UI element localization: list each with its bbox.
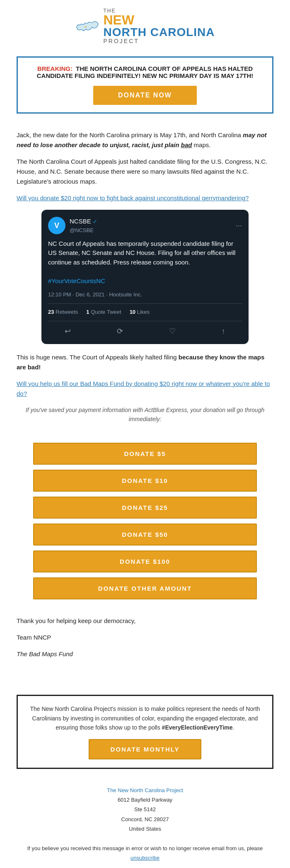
tweet-meta: 12:10 PM · Dec 6, 2021 · Hootsuite Inc.	[48, 291, 242, 299]
donate-buttons-section: DONATE $5 DONATE $10 DONATE $25 DONATE $…	[0, 439, 290, 608]
tweet-name: NCSBE ✓	[70, 216, 97, 226]
donate-50-button[interactable]: DONATE $50	[33, 524, 257, 546]
donate-monthly-button[interactable]: DONATE MONTHLY	[89, 739, 201, 759]
donate-other-button[interactable]: DONATE OTHER AMOUNT	[33, 577, 257, 599]
tweet-embed: V NCSBE ✓ @NCSBE ··· NC Court of Appeals…	[41, 210, 249, 344]
paragraph-2: The North Carolina Court of Appeals just…	[17, 157, 273, 187]
tweet-user-info: NCSBE ✓ @NCSBE	[70, 216, 97, 235]
logo-nc: NORTH CAROLINA	[103, 27, 215, 38]
donate-now-button[interactable]: DONATE NOW	[93, 86, 197, 105]
closing-text: Thank you for helping keep our democracy…	[17, 616, 273, 626]
donate-100-button[interactable]: DONATE $100	[33, 550, 257, 572]
footer-address: 6012 Bayfield Parkway Ste 5142 Concord, …	[17, 795, 273, 834]
tweet-reply-icon[interactable]: ↩	[65, 325, 71, 337]
tweet-user: V NCSBE ✓ @NCSBE	[48, 216, 97, 235]
logo-project: PROJECT	[103, 38, 139, 44]
mission-box: The New North Carolina Project's mission…	[17, 695, 273, 769]
donate-10-button[interactable]: DONATE $10	[33, 470, 257, 492]
breaking-label: BREAKING:	[37, 65, 72, 72]
paragraph-3: This is huge news. The Court of Appeals …	[17, 352, 273, 372]
link-2-paragraph: Will you help us fill our Bad Maps Fund …	[17, 379, 273, 399]
tweet-stats: 23 Retweets 1 Quote Tweet 10 Likes	[48, 303, 242, 321]
tweet-like-icon[interactable]: ♡	[169, 325, 176, 337]
donate-link-1[interactable]: Will you donate $20 right now to fight b…	[17, 194, 249, 201]
link-1-paragraph: Will you donate $20 right now to fight b…	[17, 193, 273, 203]
header: ★ the NEW NORTH CAROLINA PROJECT	[0, 0, 290, 48]
tweet-handle: @NCSBE	[70, 226, 97, 235]
logo-container: ★ the NEW NORTH CAROLINA PROJECT	[17, 8, 273, 44]
tweet-body: NC Court of Appeals has temporarily susp…	[48, 239, 242, 286]
tweet-retweets: 23 Retweets	[48, 308, 78, 317]
logo-text: the NEW NORTH CAROLINA PROJECT	[103, 8, 215, 44]
logo-new: NEW	[103, 13, 134, 27]
donate-5-button[interactable]: DONATE $5	[33, 443, 257, 465]
actblue-note: If you've saved your payment information…	[17, 405, 273, 424]
footer-org: The New North Carolina Project	[17, 786, 273, 795]
tweet-retweet-icon[interactable]: ⟳	[117, 325, 123, 337]
tweet-header: V NCSBE ✓ @NCSBE ···	[48, 216, 242, 235]
fund-name: The Bad Maps Fund	[17, 649, 273, 659]
unsubscribe-link[interactable]: unsubscribe	[130, 855, 160, 861]
tweet-share-icon[interactable]: ↑	[222, 325, 225, 337]
paragraph-1: Jack, the new date for the North Carolin…	[17, 130, 273, 150]
footer: The New North Carolina Project 6012 Bayf…	[0, 777, 290, 868]
tweet-avatar: V	[48, 217, 65, 234]
nc-map-icon: ★	[75, 18, 100, 34]
tweet-hashtag: #YourVoteCountsNC	[48, 277, 105, 284]
footer-unsubscribe: If you believe you received this message…	[17, 844, 273, 863]
closing-section: Thank you for helping keep our democracy…	[0, 608, 290, 674]
donate-25-button[interactable]: DONATE $25	[33, 497, 257, 519]
body-content: Jack, the new date for the North Carolin…	[0, 122, 290, 439]
donate-link-2[interactable]: Will you help us fill our Bad Maps Fund …	[17, 380, 270, 397]
breaking-news-box: BREAKING: THE NORTH CAROLINA COURT OF AP…	[17, 56, 273, 114]
tweet-quote-tweets: 1 Quote Tweet	[86, 308, 121, 317]
team-name: Team NNCP	[17, 633, 273, 643]
breaking-headline: BREAKING: THE NORTH CAROLINA COURT OF AP…	[26, 65, 264, 79]
tweet-actions: ↩ ⟳ ♡ ↑	[48, 325, 242, 337]
tweet-likes: 10 Likes	[130, 308, 150, 317]
mission-text: The New North Carolina Project's mission…	[26, 704, 264, 732]
tweet-options-icon: ···	[236, 220, 242, 232]
